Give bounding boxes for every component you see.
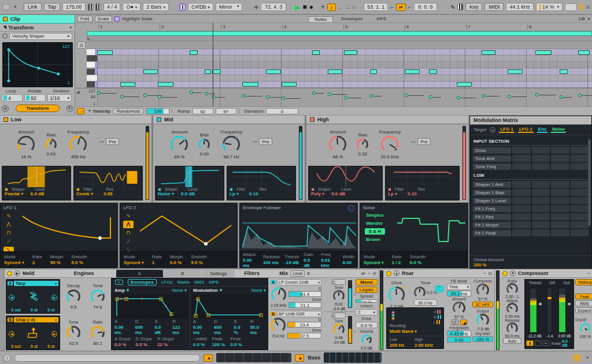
transform-pin-icon[interactable]: ⊜ [2,105,9,112]
re-enable-automation-icon[interactable]: ○ [352,4,356,10]
filter-res-field[interactable]: 0.10 [408,191,417,196]
crossover-high-field[interactable]: 2.00 kHz [415,343,433,348]
filter-b-type-select[interactable]: BP 12dB OSR▾ [277,311,321,317]
velocity-marker[interactable] [266,95,269,99]
lfo-wave-icon-2[interactable]: ⊓ [3,229,14,237]
filter-display[interactable]: FilterRes Comb ▾0.85 [73,166,143,200]
mix-b-meter[interactable] [348,316,352,344]
matrix-cell[interactable] [551,197,569,204]
engine-a-select[interactable]: Tarp▾ [14,281,58,286]
amp-sustain[interactable]: S0.0 dB [154,319,167,335]
amp-r-slope[interactable]: R Slope22 % [157,336,173,347]
midi-note[interactable] [266,69,281,74]
randomize-button[interactable]: Randomize [113,108,144,114]
bias-knob[interactable]: Bias0.32 [357,132,368,157]
device-on-button[interactable] [7,271,12,276]
piano-key[interactable] [87,55,97,62]
noise-type-3[interactable]: Brown [365,236,385,243]
lfo2-morph[interactable]: Morph0.0 % [170,254,183,265]
out-value[interactable]: 0.00 dB [558,334,571,338]
envf-attack[interactable]: Attack0.00 ms [243,252,258,268]
shaper-display[interactable]: ShaperLevel Poly ▾0.0 dB [308,166,383,200]
knee-field[interactable]: 6.0 dB [562,339,572,347]
fb-time-field[interactable]: 25.1 ms [447,291,471,296]
filter-a-freq-knob[interactable]: 2.15 kHz [271,287,287,307]
velocity-shaper-display[interactable]: 127 1 [2,42,73,87]
frequency-knob[interactable]: Frequency455 Hz [67,129,89,159]
cpu-meter[interactable]: 14 %▾ [536,3,563,11]
tap-tempo-button[interactable]: Tap [44,3,61,11]
lfo-wave-icon-0[interactable]: ∿ [3,212,14,220]
note-grid[interactable] [97,49,592,88]
mix-a-tone-knob[interactable] [333,290,345,302]
matrix-target-label[interactable]: Tone Freq [473,164,511,170]
quantization-field[interactable]: 2 Bars▾ [143,3,169,11]
subtab-midi[interactable]: MIDI [194,280,204,285]
rack-handle[interactable] [0,269,5,351]
filter-res-field[interactable]: 0.85 [103,191,113,196]
fb-amount-knob[interactable] [453,302,465,314]
envf-width[interactable]: Width8.00 [343,254,354,265]
matrix-cell[interactable] [512,221,531,228]
filter-type-select[interactable]: Lp ▾ [230,191,239,196]
fb-shape-button[interactable]: ◢ [460,320,467,325]
meld-title-bar[interactable]: ▶ Meld Engines A B Settings Filters Mix … [5,269,379,278]
filter-a-q-field[interactable]: 41.4 [288,291,321,297]
arrangement-position-field[interactable]: 72. 4. 3 [261,3,286,11]
auto-release-button[interactable]: Auto [503,338,521,344]
matrix-cell[interactable] [571,181,589,188]
midi-note[interactable] [312,50,320,55]
rotate-field[interactable]: 82 [24,94,46,102]
matrix-cell[interactable] [571,155,589,162]
midi-note[interactable] [370,69,377,74]
midi-note[interactable] [242,82,258,87]
engine-a-prev-icon[interactable]: ◀ [9,295,14,300]
amp-release[interactable]: R122 ms [172,319,187,335]
source-env[interactable]: Env [537,127,548,133]
transform-section-header[interactable]: ◥Transform ▾ [0,24,75,32]
midi-note[interactable] [482,50,495,55]
transfer-curve-button[interactable]: ⌒ [535,340,541,346]
matrix-cell[interactable] [571,147,589,154]
engine-b-prev-icon[interactable]: ◀ [9,331,14,337]
matrix-cell[interactable] [512,205,531,212]
spread-field[interactable]: 24 % [356,299,378,303]
matrix-cell[interactable] [512,163,531,170]
lfo-wave-icon-1[interactable]: ⋀ [123,221,134,228]
collapse-device-icon[interactable]: ▶ [14,270,20,276]
mono-button[interactable]: Mono [356,279,378,285]
division-field[interactable]: 1/16▾ [47,94,72,102]
transform-collapse-icon[interactable]: ▾ [69,25,72,30]
matrix-cell[interactable] [532,189,550,196]
matrix-cell[interactable] [512,147,531,154]
mix-a-meter[interactable] [348,280,352,308]
release-knob[interactable] [506,322,518,334]
filter-type-select[interactable]: Comb ▾ [76,191,93,196]
bias-knob[interactable]: Bias0.02 [45,132,57,157]
subtab-matrix[interactable]: Matrix [177,280,190,285]
engine-b-ct[interactable]: 0 ct [47,344,54,348]
transform-apply-button[interactable]: Transform [16,105,60,112]
bias-knob[interactable]: Bias0.00 [198,132,210,157]
matrix-target-label[interactable]: Flt 1 Freq [473,206,511,212]
midi-note[interactable] [190,50,198,55]
lfo1-smooth[interactable]: Smooth5.0 % [71,254,87,265]
threshold-value[interactable]: -11.2 dB [527,334,541,338]
midi-note[interactable] [578,50,590,55]
save-preset-icon[interactable]: ⊟ [372,271,376,276]
matrix-target-label[interactable]: Shaper 1 Level [473,198,511,204]
transform-refresh-icon[interactable]: ↻ [66,105,73,112]
matrix-cell[interactable] [571,221,589,228]
velocity-marker[interactable] [535,93,539,96]
matrix-cell[interactable] [571,213,589,220]
velocity-marker[interactable] [312,91,316,95]
midi-note[interactable] [535,50,552,55]
threshold-handle-icon[interactable]: ◀ [538,302,541,306]
shaper-type-select[interactable]: Poly ▾ [311,191,324,196]
amp-target-select[interactable]: None ▾ [172,288,187,293]
roar-drive-knob[interactable]: Drive 2.3 dB [388,280,405,309]
collapsed-view-button[interactable]: ≑ [542,340,549,346]
menu-icon[interactable]: ≡ [586,3,590,10]
source-noise[interactable]: Noise [551,127,566,133]
punch-out-icon[interactable]: ⌐ [408,4,412,10]
